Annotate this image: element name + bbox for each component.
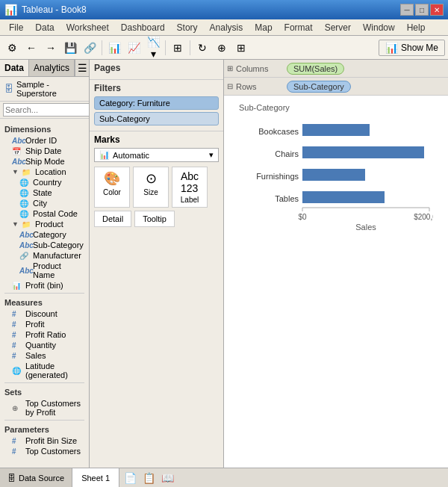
field-product-group[interactable]: ▼ 📁 Product <box>0 219 89 229</box>
new-story-icon[interactable]: 📖 <box>160 471 175 486</box>
field-profit[interactable]: # Profit <box>0 319 89 329</box>
field-ship-mode[interactable]: Abc Ship Mode <box>0 156 89 167</box>
expand-icon: ▼ <box>12 168 19 176</box>
field-sales[interactable]: # Sales <box>0 350 89 361</box>
field-top-customers-set[interactable]: ⊕ Top Customers by Profit <box>0 398 89 418</box>
field-manufacturer[interactable]: 🔗 Manufacturer <box>0 250 89 261</box>
field-label: Top Customers <box>25 447 81 456</box>
close-button[interactable]: ✕ <box>430 4 444 16</box>
toolbar-filter[interactable]: ⊞ <box>169 39 187 57</box>
show-me-label: Show Me <box>401 43 438 53</box>
columns-sum-sales[interactable]: SUM(Sales) <box>287 63 344 75</box>
menu-window[interactable]: Window <box>357 21 401 34</box>
rows-sub-category[interactable]: Sub-Category <box>287 81 351 93</box>
toolbar-separator-1 <box>102 40 102 55</box>
filter-sub-category[interactable]: Sub-Category <box>94 112 219 125</box>
search-input[interactable] <box>3 103 90 117</box>
sets-header: Sets <box>0 386 89 398</box>
marks-detail-button[interactable]: Detail <box>94 211 131 227</box>
data-source-tab[interactable]: 🗄 Data Source <box>0 468 72 487</box>
field-discount[interactable]: # Discount <box>0 308 89 319</box>
field-sub-category[interactable]: Abc Sub-Category <box>0 240 89 250</box>
toolbar-connect[interactable]: 🔗 <box>81 39 99 57</box>
toolbar-chart1[interactable]: 📊 <box>105 39 123 57</box>
field-quantity[interactable]: # Quantity <box>0 340 89 350</box>
menu-server[interactable]: Server <box>319 21 357 34</box>
field-label: Profit Ratio <box>25 330 66 339</box>
toolbar-back[interactable]: ← <box>22 39 40 57</box>
marks-label-button[interactable]: Abc123 Label <box>172 167 208 208</box>
svg-text:Furnishings: Furnishings <box>256 172 299 181</box>
field-label: Sales <box>25 351 46 360</box>
menu-map[interactable]: Map <box>249 21 278 34</box>
menu-help[interactable]: Help <box>401 21 432 34</box>
field-label: Location <box>35 167 66 176</box>
toolbar-view[interactable]: ⊞ <box>232 39 250 57</box>
marks-color-button[interactable]: 🎨 Color <box>94 167 130 208</box>
hash-icon: # <box>12 437 22 445</box>
field-label: Top Customers by Profit <box>25 399 84 417</box>
toolbar-new[interactable]: ⚙ <box>3 39 21 57</box>
marks-tooltip-button[interactable]: Tooltip <box>134 211 175 227</box>
filters-title: Filters <box>94 83 219 93</box>
field-label: Profit Bin Size <box>25 436 77 445</box>
toolbar-save[interactable]: 💾 <box>61 39 79 57</box>
toolbar-chart3[interactable]: 📉▾ <box>144 39 162 57</box>
toolbar-action[interactable]: ⊕ <box>213 39 231 57</box>
field-latitude[interactable]: 🌐 Latitude (generated) <box>0 361 89 380</box>
minimize-button[interactable]: ─ <box>400 4 414 16</box>
menu-dashboard[interactable]: Dashboard <box>115 21 171 34</box>
field-top-customers-param[interactable]: # Top Customers <box>0 446 89 456</box>
menu-analysis[interactable]: Analysis <box>204 21 249 34</box>
expand-icon: ▼ <box>12 220 19 228</box>
maximize-button[interactable]: □ <box>415 4 429 16</box>
panel-menu-button[interactable]: ☰ <box>75 60 89 76</box>
abc-icon: Abc <box>19 231 30 239</box>
field-label: Category <box>33 230 66 239</box>
color-icon: 🎨 <box>104 170 120 187</box>
middle-panel: Pages Filters Category: Furniture Sub-Ca… <box>90 60 224 468</box>
field-ship-date[interactable]: 📅 Ship Date <box>0 146 89 156</box>
toolbar-chart2[interactable]: 📈 <box>125 39 143 57</box>
marks-size-button[interactable]: ⊙ Size <box>133 167 169 208</box>
tab-data[interactable]: Data <box>0 60 29 76</box>
new-sheet-icon[interactable]: 📄 <box>122 471 138 486</box>
field-country[interactable]: 🌐 Country <box>0 177 89 187</box>
field-profit-bin[interactable]: 📊 Profit (bin) <box>0 280 89 291</box>
menu-worksheet[interactable]: Worksheet <box>60 21 115 34</box>
field-order-id[interactable]: Abc Order ID <box>0 135 89 146</box>
database-icon: 🗄 <box>4 84 13 94</box>
marks-type-dropdown[interactable]: 📊 Automatic ▾ <box>94 148 219 162</box>
field-postal-code[interactable]: 🌐 Postal Code <box>0 208 89 219</box>
tab-analytics[interactable]: Analytics <box>29 60 75 76</box>
field-category[interactable]: Abc Category <box>0 229 89 240</box>
sheet1-tab[interactable]: Sheet 1 <box>72 468 119 487</box>
menu-file[interactable]: File <box>3 21 29 34</box>
hash-icon: # <box>12 341 22 350</box>
field-profit-bin-size[interactable]: # Profit Bin Size <box>0 435 89 446</box>
search-bar: 🔍 ⇅ + <box>0 102 89 119</box>
marks-icons-row: 🎨 Color ⊙ Size Abc123 Label <box>94 167 219 208</box>
toolbar-forward[interactable]: → <box>42 39 60 57</box>
folder-icon: 📁 <box>22 220 32 229</box>
marks-title: Marks <box>94 134 219 145</box>
field-product-name[interactable]: Abc Product Name <box>0 261 89 280</box>
field-state[interactable]: 🌐 State <box>0 187 89 198</box>
main-container: Data Analytics ☰ 🗄 Sample - Superstore 🔍… <box>0 60 448 468</box>
params-divider <box>4 420 84 421</box>
size-icon: ⊙ <box>146 170 157 187</box>
show-me-button[interactable]: 📊 Show Me <box>379 40 445 56</box>
field-location-group[interactable]: ▼ 📁 Location <box>0 167 89 177</box>
toolbar-refresh[interactable]: ↻ <box>193 39 211 57</box>
menu-story[interactable]: Story <box>171 21 204 34</box>
pages-title: Pages <box>94 63 219 73</box>
field-profit-ratio[interactable]: # Profit Ratio <box>0 329 89 340</box>
menu-data[interactable]: Data <box>29 21 60 34</box>
new-dashboard-icon[interactable]: 📋 <box>141 471 157 486</box>
marks-type-label: Automatic <box>113 151 149 160</box>
filter-category[interactable]: Category: Furniture <box>94 96 219 110</box>
field-city[interactable]: 🌐 City <box>0 198 89 208</box>
data-source-selector[interactable]: 🗄 Sample - Superstore <box>0 77 89 102</box>
bar-tables <box>302 191 385 203</box>
menu-format[interactable]: Format <box>279 21 319 34</box>
